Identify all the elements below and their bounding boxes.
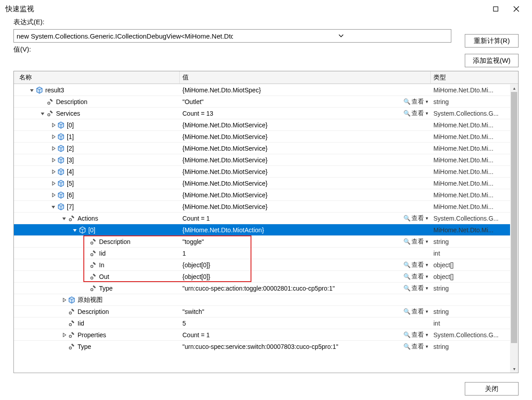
close-window-button[interactable] [506, 2, 527, 16]
row-name: Properties [78, 331, 106, 339]
expander-open-icon[interactable] [71, 228, 78, 232]
column-value[interactable]: 值 [180, 71, 431, 83]
view-button[interactable]: 🔍查看 ▼ [403, 261, 431, 269]
chevron-down-icon: ▼ [425, 111, 429, 116]
expander-open-icon[interactable] [39, 111, 46, 116]
view-button[interactable]: 🔍查看 ▼ [403, 308, 431, 316]
row-type: MiHome.Net.Dto.Mi... [431, 154, 518, 165]
column-name[interactable]: 名称 [14, 71, 180, 83]
wrench-icon [89, 273, 97, 281]
row-name: [3] [67, 157, 74, 164]
view-button[interactable]: 🔍查看 ▼ [403, 214, 431, 222]
svg-point-45 [91, 277, 93, 279]
chevron-down-icon: ▼ [425, 263, 429, 267]
table-row[interactable]: [6]{MiHome.Net.Dto.MiotService}MiHome.Ne… [14, 189, 518, 200]
view-button[interactable]: 🔍查看 ▼ [403, 343, 431, 351]
vertical-scrollbar[interactable]: ▴ ▾ [510, 84, 518, 373]
table-row[interactable]: [0]{MiHome.Net.Dto.MiotAction}MiHome.Net… [14, 224, 518, 235]
expander-closed-icon[interactable] [50, 170, 57, 174]
expander-closed-icon[interactable] [50, 158, 57, 162]
row-name: [5] [67, 180, 74, 187]
view-button[interactable]: 🔍查看 ▼ [403, 284, 431, 292]
expander-closed-icon[interactable] [50, 135, 57, 139]
view-button[interactable]: 🔍查看 ▼ [403, 98, 431, 106]
chevron-down-icon: ▼ [425, 344, 429, 349]
addwatch-button[interactable]: 添加监视(W) [465, 54, 519, 67]
expander-closed-icon[interactable] [50, 193, 57, 197]
expander-open-icon[interactable] [50, 204, 57, 209]
wrench-icon [68, 331, 76, 339]
svg-rect-35 [71, 215, 74, 218]
scroll-up-icon[interactable]: ▴ [510, 84, 518, 92]
row-name: Actions [78, 215, 98, 222]
row-type: System.Collections.G... [431, 329, 518, 340]
expander-closed-icon[interactable] [61, 298, 68, 302]
table-row[interactable]: Type"urn:cuco-spec:service:switch:000078… [14, 340, 518, 352]
row-name: Type [99, 285, 112, 292]
row-value: {MiHome.Net.Dto.MiotService} [182, 203, 431, 210]
object-icon [57, 156, 65, 164]
object-icon [57, 133, 65, 141]
chevron-down-icon[interactable] [233, 35, 450, 37]
column-type[interactable]: 类型 [431, 71, 518, 83]
svg-rect-42 [93, 250, 96, 253]
view-button[interactable]: 🔍查看 ▼ [403, 238, 431, 246]
table-row[interactable]: ServicesCount = 13🔍查看 ▼System.Collection… [14, 107, 518, 119]
row-value: "urn:cuco-spec:service:switch:00007803:c… [182, 343, 403, 350]
table-row[interactable]: Description"Outlet"🔍查看 ▼string [14, 96, 518, 107]
table-row[interactable]: Type"urn:cuco-spec:action:toggle:0000280… [14, 282, 518, 294]
wrench-icon [89, 238, 97, 246]
close-button[interactable]: 关闭 [465, 382, 519, 396]
expander-open-icon[interactable] [61, 216, 68, 221]
expander-closed-icon[interactable] [50, 123, 57, 127]
window-title: 快速监视 [5, 4, 34, 14]
table-row[interactable]: [1]{MiHome.Net.Dto.MiotService}MiHome.Ne… [14, 130, 518, 142]
svg-rect-53 [71, 309, 74, 312]
expander-closed-icon[interactable] [61, 333, 68, 337]
table-row[interactable]: Description"switch"🔍查看 ▼string [14, 305, 518, 317]
row-value: {MiHome.Net.Dto.MiotService} [182, 168, 431, 175]
quickwatch-window: 快速监视 表达式(E): new System.Collections.Gene… [0, 0, 532, 400]
table-row[interactable]: [2]{MiHome.Net.Dto.MiotService}MiHome.Ne… [14, 142, 518, 154]
table-row[interactable]: Iid1int [14, 247, 518, 259]
table-row[interactable]: [4]{MiHome.Net.Dto.MiotService}MiHome.Ne… [14, 165, 518, 177]
table-row[interactable]: [5]{MiHome.Net.Dto.MiotService}MiHome.Ne… [14, 177, 518, 189]
row-type: object[] [431, 271, 518, 282]
reevaluate-button[interactable]: 重新计算(R) [465, 34, 519, 48]
maximize-button[interactable] [485, 2, 506, 16]
svg-rect-59 [71, 343, 74, 347]
table-row[interactable]: [7]{MiHome.Net.Dto.MiotService}MiHome.Ne… [14, 200, 518, 212]
view-button[interactable]: 🔍查看 ▼ [403, 273, 431, 281]
expander-open-icon[interactable] [28, 88, 35, 92]
row-type: System.Collections.G... [431, 108, 518, 119]
expander-closed-icon[interactable] [50, 181, 57, 186]
table-row[interactable]: ActionsCount = 1🔍查看 ▼System.Collections.… [14, 212, 518, 224]
table-row[interactable]: [0]{MiHome.Net.Dto.MiotService}MiHome.Ne… [14, 119, 518, 130]
close-icon [514, 6, 519, 12]
row-type: MiHome.Net.Dto.Mi... [431, 143, 518, 154]
table-row[interactable]: Description"toggle"🔍查看 ▼string [14, 235, 518, 247]
table-row[interactable]: In{object[0]}🔍查看 ▼object[] [14, 259, 518, 270]
row-type: MiHome.Net.Dto.Mi... [431, 166, 518, 177]
scroll-down-icon[interactable]: ▾ [510, 365, 518, 373]
table-row[interactable]: PropertiesCount = 1🔍查看 ▼System.Collectio… [14, 329, 518, 340]
expander-closed-icon[interactable] [50, 146, 57, 151]
row-type: MiHome.Net.Dto.Mi... [431, 178, 518, 189]
row-type: System.Collections.G... [431, 213, 518, 224]
table-row[interactable]: Iid5int [14, 317, 518, 329]
titlebar: 快速监视 [0, 0, 532, 18]
chevron-down-icon: ▼ [425, 239, 429, 244]
table-row[interactable]: [3]{MiHome.Net.Dto.MiotService}MiHome.Ne… [14, 154, 518, 165]
svg-point-58 [69, 347, 72, 349]
table-row[interactable]: Out{object[0]}🔍查看 ▼object[] [14, 270, 518, 282]
svg-rect-40 [93, 239, 96, 242]
table-row[interactable]: result3{MiHome.Net.Dto.MiotSpec}MiHome.N… [14, 84, 518, 96]
scroll-thumb[interactable] [511, 92, 517, 343]
object-icon [57, 168, 65, 176]
view-button[interactable]: 🔍查看 ▼ [403, 109, 431, 117]
table-row[interactable]: 原始视图 [14, 294, 518, 305]
expression-input[interactable]: new System.Collections.Generic.ICollecti… [13, 29, 451, 43]
row-name: [6] [67, 191, 74, 199]
row-value: {object[0]} [182, 261, 403, 269]
view-button[interactable]: 🔍查看 ▼ [403, 331, 431, 339]
